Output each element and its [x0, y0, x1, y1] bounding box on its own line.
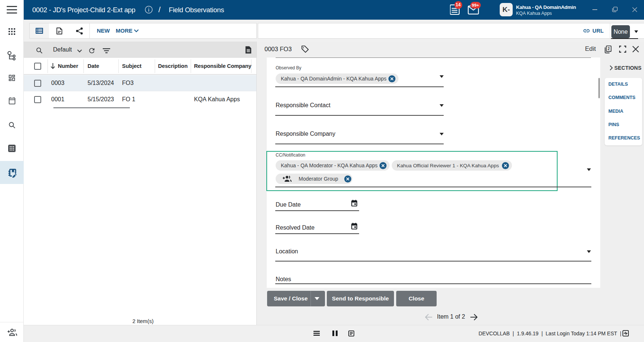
svg-text:2: 2 — [608, 47, 610, 51]
